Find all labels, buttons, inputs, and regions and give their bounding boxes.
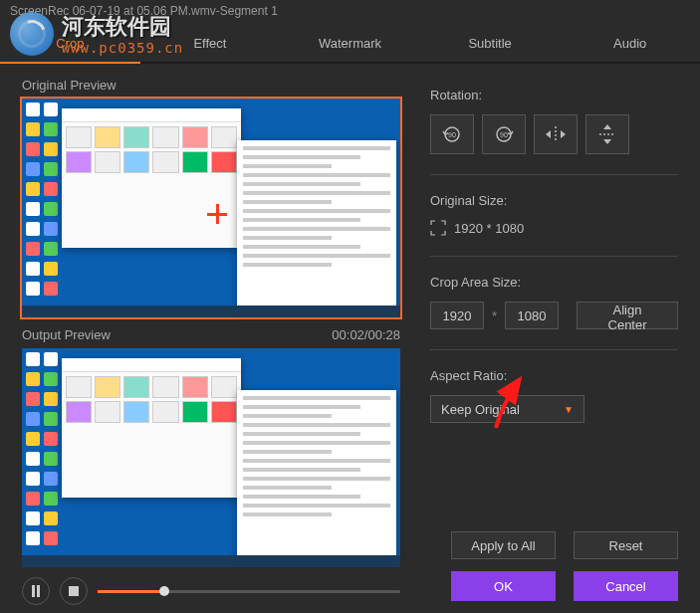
- flip-vertical-button[interactable]: [585, 114, 629, 154]
- aspect-ratio-label: Aspect Ratio:: [430, 368, 678, 383]
- rotate-ccw-button[interactable]: 90: [430, 114, 474, 154]
- playback-slider[interactable]: [98, 590, 400, 593]
- times-symbol: *: [492, 308, 497, 323]
- ok-button[interactable]: OK: [451, 571, 556, 601]
- flip-horizontal-button[interactable]: [534, 114, 578, 154]
- pause-icon: [31, 585, 41, 597]
- chevron-down-icon: ▼: [564, 404, 574, 415]
- rotate-ccw-icon: 90: [440, 122, 464, 146]
- aspect-ratio-value: Keep Original: [441, 402, 520, 417]
- aspect-ratio-select[interactable]: Keep Original ▼: [430, 395, 584, 423]
- tab-audio[interactable]: Audio: [560, 24, 700, 62]
- tab-effect[interactable]: Effect: [140, 24, 281, 62]
- cancel-button[interactable]: Cancel: [574, 571, 678, 601]
- reset-button[interactable]: Reset: [574, 531, 678, 559]
- original-preview-label: Original Preview: [22, 78, 400, 93]
- output-preview-label: Output Preview: [22, 327, 111, 342]
- expand-icon: [430, 220, 446, 236]
- rotation-label: Rotation:: [430, 88, 678, 102]
- svg-text:90: 90: [448, 131, 456, 138]
- svg-rect-2: [69, 586, 79, 596]
- output-preview: [22, 348, 400, 567]
- crop-width-input[interactable]: [430, 302, 484, 329]
- tab-subtitle[interactable]: Subtitle: [420, 24, 561, 62]
- tab-watermark[interactable]: Watermark: [280, 24, 420, 62]
- original-size-value: 1920 * 1080: [454, 221, 524, 236]
- svg-rect-0: [32, 585, 35, 597]
- svg-text:90: 90: [500, 131, 508, 138]
- rotate-cw-icon: 90: [492, 122, 516, 146]
- flip-horizontal-icon: [544, 124, 568, 144]
- align-center-button[interactable]: Align Center: [577, 302, 678, 329]
- crop-center-handle[interactable]: [207, 204, 227, 224]
- stop-button[interactable]: [60, 577, 88, 605]
- svg-rect-1: [37, 585, 40, 597]
- stop-icon: [69, 586, 79, 596]
- playback-controls: [22, 577, 400, 605]
- rotate-cw-button[interactable]: 90: [482, 114, 526, 154]
- timecode: 00:02/00:28: [332, 327, 400, 342]
- crop-area-label: Crop Area Size:: [430, 275, 678, 290]
- crop-height-input[interactable]: [505, 302, 559, 329]
- original-size-label: Original Size:: [430, 193, 678, 208]
- window-title: ScreenRec 06-07-19 at 05.06 PM.wmv-Segme…: [0, 0, 700, 24]
- pause-button[interactable]: [22, 577, 50, 605]
- original-preview[interactable]: [22, 99, 400, 317]
- editor-tabs: Crop Effect Watermark Subtitle Audio: [0, 24, 700, 64]
- flip-vertical-icon: [597, 122, 617, 146]
- tab-crop[interactable]: Crop: [0, 24, 140, 62]
- apply-to-all-button[interactable]: Apply to All: [451, 531, 556, 559]
